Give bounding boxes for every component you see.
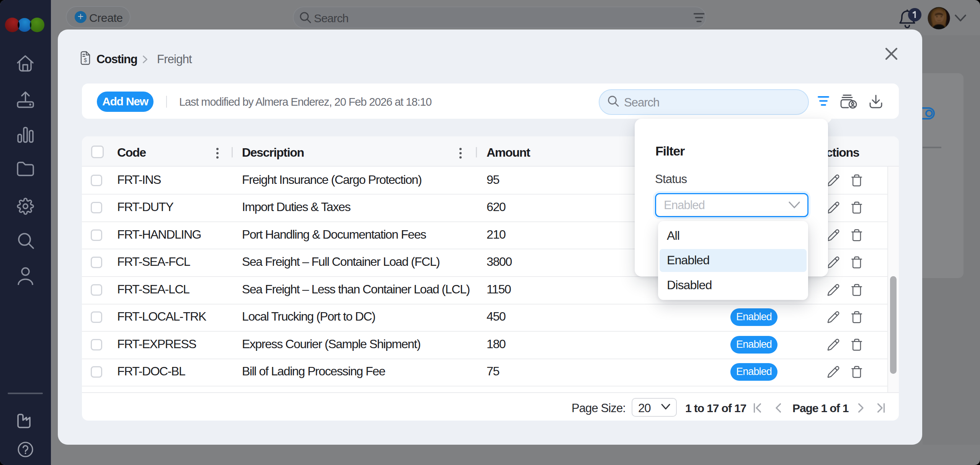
svg-text:$: $: [84, 57, 87, 63]
